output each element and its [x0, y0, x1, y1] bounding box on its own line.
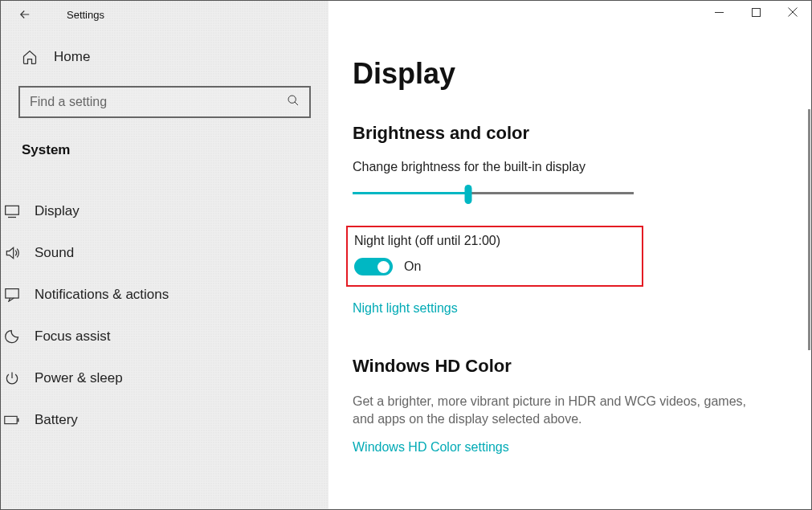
notifications-icon [4, 287, 20, 303]
search-icon [287, 94, 300, 110]
night-light-highlight: Night light (off until 21:00) On [346, 226, 643, 287]
svg-rect-2 [6, 206, 19, 214]
sidebar-item-label: Battery [35, 412, 78, 428]
night-light-toggle[interactable] [354, 258, 393, 275]
sidebar-section-label: System [18, 142, 311, 158]
minimize-button[interactable] [700, 1, 737, 23]
hd-color-description: Get a brighter, more vibrant picture in … [353, 393, 770, 429]
maximize-button[interactable] [737, 1, 774, 23]
svg-point-1 [288, 96, 296, 103]
power-icon [4, 370, 20, 386]
sidebar-item-display[interactable]: Display [0, 190, 346, 232]
sound-icon [4, 245, 20, 261]
scrollbar[interactable] [808, 109, 810, 350]
toggle-thumb [377, 261, 390, 273]
close-button[interactable] [774, 1, 811, 23]
battery-icon [4, 412, 20, 428]
slider-fill [353, 192, 468, 194]
svg-rect-0 [752, 8, 760, 16]
brightness-label: Change brightness for the built-in displ… [353, 160, 787, 174]
app-title: Settings [67, 9, 104, 21]
back-button[interactable] [9, 1, 41, 28]
svg-rect-3 [6, 289, 18, 298]
night-light-toggle-row: On [354, 258, 635, 275]
nav-list: Display Sound Notifications & actions Fo… [0, 190, 346, 441]
arrow-left-icon [18, 7, 32, 22]
titlebar: Settings [1, 1, 811, 28]
search-input[interactable]: Find a setting [18, 86, 311, 118]
sidebar: Home Find a setting System Display Sound [1, 1, 328, 509]
hd-color-settings-link[interactable]: Windows HD Color settings [353, 440, 787, 455]
page-title: Display [353, 49, 787, 91]
night-light-settings-link[interactable]: Night light settings [353, 301, 787, 316]
hd-color-heading: Windows HD Color [353, 356, 787, 377]
sidebar-item-label: Sound [35, 245, 74, 261]
caption-buttons [700, 1, 811, 28]
sidebar-item-label: Focus assist [35, 328, 110, 345]
home-button[interactable]: Home [18, 49, 311, 65]
display-icon [4, 203, 20, 219]
home-icon [22, 49, 38, 65]
maximize-icon [752, 8, 761, 17]
sidebar-item-battery[interactable]: Battery [0, 399, 346, 441]
sidebar-item-power[interactable]: Power & sleep [0, 357, 346, 399]
sidebar-item-notifications[interactable]: Notifications & actions [0, 274, 346, 316]
minimize-icon [715, 8, 724, 17]
home-label: Home [54, 49, 90, 65]
svg-rect-4 [5, 416, 17, 423]
toggle-state-label: On [404, 259, 421, 274]
sidebar-item-sound[interactable]: Sound [0, 232, 346, 274]
sidebar-item-label: Display [35, 203, 80, 219]
night-light-label: Night light (off until 21:00) [354, 234, 635, 248]
sidebar-item-label: Notifications & actions [35, 287, 169, 303]
sidebar-item-label: Power & sleep [35, 370, 123, 386]
brightness-slider[interactable] [353, 184, 634, 203]
brightness-heading: Brightness and color [353, 123, 787, 144]
slider-thumb[interactable] [464, 185, 471, 204]
close-icon [788, 7, 798, 17]
moon-icon [4, 328, 20, 345]
search-placeholder: Find a setting [30, 95, 287, 109]
content-area: Display Brightness and color Change brig… [328, 1, 811, 509]
sidebar-item-focus[interactable]: Focus assist [0, 316, 346, 357]
